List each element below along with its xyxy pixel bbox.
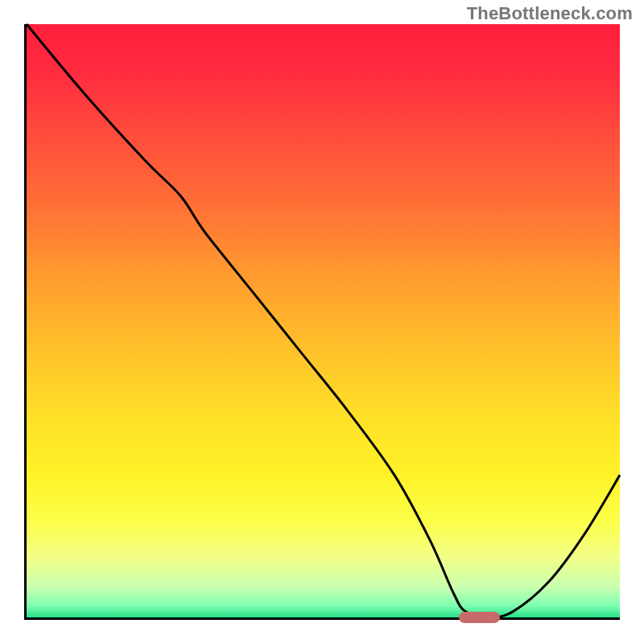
curve-layer: [27, 24, 620, 617]
plot-area: [24, 24, 620, 620]
watermark-text: TheBottleneck.com: [467, 3, 633, 24]
bottleneck-curve: [27, 24, 620, 617]
optimal-spot-marker: [459, 612, 501, 623]
chart-frame: TheBottleneck.com: [0, 0, 644, 644]
